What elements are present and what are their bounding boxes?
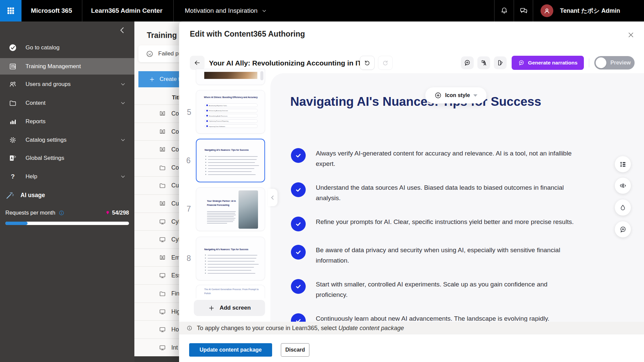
discard-button[interactable]: Discard: [281, 343, 309, 357]
sidebar-item-global-settings[interactable]: Global Settings: [0, 150, 134, 166]
table-row[interactable]: Cyl: [134, 230, 179, 248]
thumbnail-slide-7[interactable]: Your Strategic Partner: AI in Financial …: [196, 187, 265, 231]
add-screen-button[interactable]: Add screen: [194, 300, 265, 316]
narration-icon: [518, 59, 525, 66]
table-row[interactable]: Cu: [134, 176, 179, 194]
undo-button[interactable]: [360, 56, 375, 70]
ai-usage-section[interactable]: AI usage: [5, 191, 45, 200]
notifications-button[interactable]: [500, 6, 509, 15]
table-row[interactable]: Fin: [134, 284, 179, 303]
icon-style-dropdown[interactable]: Icon style: [425, 87, 486, 103]
avatar[interactable]: [541, 4, 553, 17]
thumbnail-slide-8[interactable]: Navigating AI's Nuances: Tips for Succes…: [196, 237, 265, 280]
table-row[interactable]: Cu: [134, 194, 179, 213]
line-spacing-button[interactable]: [615, 156, 631, 172]
brand-microsoft365[interactable]: Microsoft 365: [31, 0, 72, 21]
tip-line: information.: [316, 255, 620, 266]
row-label: Co: [171, 164, 179, 171]
help-icon: ?: [9, 173, 17, 180]
row-label: Hig: [171, 308, 179, 315]
sidebar-item-reports[interactable]: Reports: [0, 114, 134, 129]
thumbnail-slide-5[interactable]: Where AI Shines: Boosting Efficiency and…: [196, 90, 265, 134]
app-launcher-button[interactable]: [0, 0, 22, 21]
translate-button[interactable]: [477, 56, 490, 69]
chevron-left-icon: [118, 26, 126, 34]
tenant-name[interactable]: Tenant たポシ Admin: [560, 0, 620, 21]
discard-button-label: Discard: [285, 347, 305, 353]
course-title[interactable]: Your AI Ally: Revolutionizing Accounting…: [209, 59, 362, 67]
back-button[interactable]: [190, 56, 205, 70]
table-row[interactable]: Hig: [134, 303, 179, 321]
info-icon[interactable]: [58, 210, 65, 216]
redo-button[interactable]: [378, 56, 393, 70]
tip-line: Always verify AI-generated content for a…: [316, 148, 620, 159]
sidebar-item-label: Training Management: [26, 63, 81, 70]
update-content-package-button[interactable]: Update content package: [189, 343, 272, 357]
generate-narrations-button[interactable]: Generate narrations: [512, 56, 584, 70]
styles-icon: [497, 59, 504, 66]
sidebar-collapse-button[interactable]: [118, 26, 126, 34]
style-button[interactable]: [494, 56, 507, 69]
thumbnail-title: Navigating AI's Nuances: Tips for Succes…: [205, 149, 264, 151]
tip-item[interactable]: Continuously learn about new AI advancem…: [291, 313, 620, 322]
sad-face-icon: [146, 50, 154, 58]
narration-settings-button[interactable]: [461, 56, 474, 69]
sidebar-item-label: Help: [26, 173, 37, 180]
feedback-button[interactable]: [519, 6, 528, 15]
thumbnail-slide-partial-top[interactable]: [196, 69, 265, 85]
failed-filter-pill[interactable]: Failed pro: [138, 45, 179, 62]
row-label: Cyl: [171, 236, 179, 243]
table-row[interactable]: Ess: [134, 266, 179, 284]
table-row[interactable]: Co: [134, 159, 179, 177]
catalog-check-icon: [9, 44, 17, 52]
close-button[interactable]: [627, 31, 635, 39]
tip-item[interactable]: Always verify AI-generated content for a…: [291, 148, 620, 169]
sidebar-item-content[interactable]: Content: [0, 95, 134, 111]
tip-line: expert.: [316, 159, 620, 169]
course-menu-dropdown[interactable]: Motivation and Inspiration: [185, 0, 267, 21]
tip-item[interactable]: Understand the data sources AI uses. Bia…: [291, 182, 620, 203]
thumbnail-pill: Enhancing Anomaly Detection: [205, 109, 258, 112]
row-label: Fin: [171, 290, 179, 297]
sidebar-item-users-and-groups[interactable]: Users and groups: [0, 77, 134, 92]
table-row[interactable]: Cyl: [134, 213, 179, 231]
column-header-title[interactable]: Titl: [172, 95, 179, 101]
row-label: Co: [171, 110, 179, 117]
preview-toggle[interactable]: Preview: [594, 56, 635, 70]
slide-heading[interactable]: Navigating AI's Nuances: Tips for Succes…: [290, 95, 541, 109]
tip-line: Be aware of data privacy and security wh…: [316, 245, 620, 255]
table-row[interactable]: Int: [134, 338, 179, 357]
panel-collapse-tab[interactable]: [268, 189, 277, 206]
chevron-down-icon: [120, 82, 126, 87]
table-row[interactable]: Co: [134, 140, 179, 159]
tip-item[interactable]: Start with smaller, controlled AI experi…: [291, 279, 620, 300]
course-icon: [159, 146, 166, 153]
line-spacing-icon: [619, 161, 627, 168]
sidebar-item-catalog-settings[interactable]: Catalog settings: [0, 132, 134, 148]
table-row[interactable]: Co: [134, 104, 179, 123]
table-row[interactable]: Em: [134, 248, 179, 267]
background-page: Training M Failed pro Create tra Titl Co…: [134, 21, 179, 362]
redo-icon: [382, 59, 389, 66]
thumbnail-number: 6: [184, 156, 193, 165]
screen-narration-button[interactable]: [615, 221, 631, 237]
theme-color-button[interactable]: [615, 199, 631, 216]
thumbnail-slide-6-selected[interactable]: Navigating AI's Nuances: Tips for Succes…: [196, 139, 265, 182]
chevron-down-icon: [120, 174, 126, 179]
panel-scrollbar-thumb[interactable]: [260, 71, 263, 80]
thumbnail-slide-partial-bottom[interactable]: The AI Content Generation Process: From …: [196, 285, 265, 298]
topbar-divider: [82, 0, 82, 21]
create-training-button[interactable]: Create tra: [138, 71, 179, 87]
thumbnail-title: Polish: [204, 292, 260, 295]
table-row[interactable]: Co: [134, 123, 179, 141]
admin-center-title[interactable]: Learn365 Admin Center: [91, 0, 163, 21]
sidebar-item-training-management[interactable]: Training Management: [0, 58, 134, 75]
tip-item[interactable]: Be aware of data privacy and security wh…: [291, 245, 620, 266]
sidebar-item-help[interactable]: ? Help: [0, 169, 134, 184]
preview-label: Preview: [610, 56, 631, 70]
global-settings-icon: [9, 154, 17, 162]
visibility-button[interactable]: [615, 178, 631, 194]
sidebar-item-go-to-catalog[interactable]: Go to catalog: [0, 40, 134, 55]
table-row[interactable]: Ho: [134, 320, 179, 338]
tip-item[interactable]: Refine your prompts for AI. Clear, speci…: [291, 217, 620, 231]
